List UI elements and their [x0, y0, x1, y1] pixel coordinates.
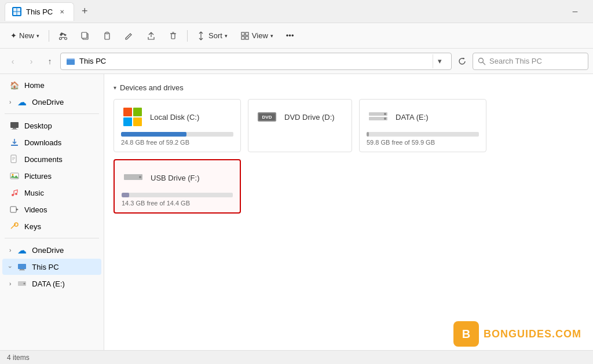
svg-rect-11 — [171, 34, 175, 39]
active-tab[interactable]: This PC ✕ — [5, 2, 74, 21]
toolbar-separator-2 — [187, 30, 188, 42]
share-button[interactable] — [141, 29, 162, 43]
watermark-text: BONGUIDES.COM — [484, 328, 581, 340]
rename-icon — [125, 31, 134, 41]
address-input[interactable]: This PC ▾ — [60, 53, 452, 70]
sidebar-item-desktop[interactable]: Desktop 📌 — [2, 117, 101, 134]
svg-rect-1 — [17, 8, 21, 12]
desktop-icon — [9, 120, 20, 131]
thispc-icon — [17, 262, 27, 272]
search-box[interactable]: Search This PC — [473, 53, 588, 70]
status-bar: 4 items — [0, 350, 593, 364]
more-button[interactable]: ••• — [280, 29, 300, 42]
desktop-label: Desktop — [24, 122, 52, 130]
sidebar-item-music[interactable]: Music 📌 — [2, 185, 101, 201]
documents-label: Documents — [24, 155, 63, 164]
back-button[interactable]: ‹ — [5, 53, 21, 69]
item-count: 4 items — [7, 354, 30, 362]
keys-label: Keys — [24, 222, 41, 231]
svg-rect-17 — [246, 36, 248, 39]
drive-item-data-e[interactable]: DATA (E:) 59.8 GB free of 59.9 GB — [359, 99, 486, 152]
tab-close-button[interactable]: ✕ — [57, 7, 67, 16]
onedrive-top-icon: ☁ — [17, 97, 27, 107]
new-icon: ✦ — [10, 31, 17, 40]
sidebar-item-home[interactable]: 🏠 Home — [2, 77, 101, 93]
videos-label: Videos — [24, 205, 47, 214]
svg-point-48 — [384, 113, 386, 115]
rename-button[interactable] — [119, 29, 140, 43]
drive-info-usb-f: 14.3 GB free of 14.4 GB — [122, 200, 233, 207]
drive-item-local-c[interactable]: Local Disk (C:) 24.8 GB free of 59.2 GB — [114, 99, 241, 152]
toolbar: ✦ New ▾ Sort ▾ View ▾ ••• — [0, 23, 593, 49]
address-dropdown-button[interactable]: ▾ — [433, 54, 446, 68]
home-icon: 🏠 — [9, 80, 20, 90]
content-area: ▾ Devices and drives Local Disk (C:) — [104, 74, 593, 350]
expand-arrow-onedrive-bottom: › — [9, 247, 11, 253]
drive-bar-usb-f — [122, 193, 129, 197]
svg-rect-2 — [13, 12, 17, 16]
keys-icon — [9, 221, 20, 231]
drive-icon-local-c — [121, 105, 144, 128]
home-label: Home — [24, 81, 45, 90]
sort-button[interactable]: Sort ▾ — [191, 29, 233, 43]
copy-button[interactable] — [75, 29, 96, 43]
cut-button[interactable] — [53, 29, 74, 43]
title-bar: This PC ✕ + ─ — [0, 0, 593, 23]
drive-info-local-c: 24.8 GB free of 59.2 GB — [121, 139, 233, 146]
sidebar-item-keys[interactable]: Keys 📌 — [2, 218, 101, 234]
svg-rect-10 — [106, 32, 109, 34]
drive-icon-usb-f — [122, 166, 145, 189]
thispc-label: This PC — [32, 263, 58, 271]
drives-grid: Local Disk (C:) 24.8 GB free of 59.2 GB … — [114, 99, 584, 214]
svg-rect-16 — [241, 36, 244, 39]
paste-icon — [103, 31, 112, 41]
up-button[interactable]: ↑ — [42, 53, 58, 69]
search-icon — [478, 57, 486, 65]
delete-button[interactable] — [163, 29, 184, 43]
sidebar-item-thispc[interactable]: › This PC — [2, 259, 101, 275]
drive-item-usb-f[interactable]: USB Drive (F:) 14.3 GB free of 14.4 GB — [114, 159, 241, 214]
music-label: Music — [24, 189, 44, 197]
downloads-label: Downloads — [24, 138, 61, 147]
svg-rect-8 — [82, 32, 87, 38]
music-icon — [9, 187, 20, 198]
svg-point-42 — [24, 283, 25, 285]
drive-bar-data-e — [367, 132, 369, 137]
share-icon — [147, 31, 156, 41]
svg-marker-36 — [16, 208, 19, 211]
sidebar: 🏠 Home › ☁ OneDrive Desktop 📌 Downloads … — [0, 74, 104, 350]
sidebar-item-onedrive-top[interactable]: › ☁ OneDrive — [2, 94, 101, 110]
downloads-icon — [9, 137, 20, 148]
sidebar-item-documents[interactable]: Documents 📌 — [2, 151, 101, 167]
view-button[interactable]: View ▾ — [235, 29, 279, 43]
drive-icon-data-e — [367, 105, 390, 128]
sidebar-item-downloads[interactable]: Downloads 📌 — [2, 134, 101, 150]
refresh-button[interactable] — [454, 53, 470, 69]
svg-point-51 — [139, 176, 141, 178]
sidebar-item-videos[interactable]: Videos 📌 — [2, 201, 101, 218]
paste-button[interactable] — [97, 29, 118, 43]
sidebar-item-pictures[interactable]: Pictures 📌 — [2, 168, 101, 184]
sort-dropdown-icon: ▾ — [225, 33, 228, 39]
new-tab-button[interactable]: + — [76, 3, 93, 20]
new-button[interactable]: ✦ New ▾ — [5, 29, 45, 42]
pictures-icon — [9, 171, 20, 181]
svg-point-21 — [479, 58, 484, 62]
sidebar-item-data-e[interactable]: › DATA (E:) — [2, 275, 101, 292]
svg-rect-38 — [18, 264, 26, 269]
documents-icon — [9, 154, 20, 164]
drive-header-dvd-d: DVD DVD Drive (D:) — [255, 105, 345, 128]
main-layout: 🏠 Home › ☁ OneDrive Desktop 📌 Downloads … — [0, 74, 593, 350]
watermark-logo: B — [453, 321, 479, 347]
drive-item-dvd-d[interactable]: DVD DVD Drive (D:) — [248, 99, 352, 152]
view-icon — [240, 31, 250, 41]
section-title: Devices and drives — [120, 83, 184, 92]
pictures-label: Pictures — [24, 172, 52, 181]
data-e-icon — [17, 278, 27, 289]
minimize-button[interactable]: ─ — [562, 2, 588, 21]
forward-button[interactable]: › — [23, 53, 39, 69]
delete-icon — [169, 31, 178, 41]
sidebar-item-onedrive-bottom[interactable]: › ☁ OneDrive — [2, 242, 101, 258]
drive-bar-bg-data-e — [367, 132, 479, 137]
svg-rect-25 — [12, 129, 17, 130]
